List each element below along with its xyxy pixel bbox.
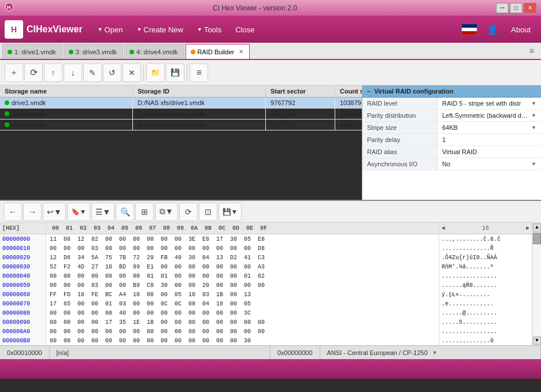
col-start-sector: Start sector: [266, 85, 335, 97]
cell-name-3: drive4.vmdk: [0, 120, 133, 130]
col-count-sectors: Count sectors: [335, 85, 362, 97]
raid-collapse-icon[interactable]: –: [367, 88, 370, 95]
bookmark-button[interactable]: 🔖▼: [67, 203, 90, 221]
list-button[interactable]: ☰▼: [91, 203, 114, 221]
cell-count-3: 1038794750: [335, 120, 362, 130]
undo-button[interactable]: ↺: [103, 64, 121, 82]
hex-addr-5: 00000050: [0, 281, 46, 290]
about-label: About: [511, 25, 531, 34]
toolbar-separator-1: [143, 65, 144, 81]
raid-value-async[interactable]: No ▼: [438, 158, 541, 170]
row-dot-3: [5, 122, 9, 127]
hex-col-0d: 0D: [229, 225, 243, 232]
encoding-label: ANSI - Central European / CP-1250: [327, 349, 428, 356]
up-button[interactable]: ↑: [44, 64, 62, 82]
user-icon-button[interactable]: 👤: [482, 22, 503, 38]
vertical-scrollbar[interactable]: ▲ ▼: [532, 223, 541, 345]
main-toolbar: ＋ ⟳ ↑ ↓ ✎ ↺ ✕ 📁 💾 ≡: [0, 60, 541, 85]
raid-label-level: RAID level: [362, 98, 438, 110]
hex-col-00: 00: [49, 225, 62, 232]
status-encoding[interactable]: ANSI - Central European / CP-1250 ▼: [320, 346, 541, 359]
hex-addr-7: 00000070: [0, 299, 46, 308]
hex-text-0: ...,........č.8.č: [439, 234, 532, 244]
raid-async-arrow[interactable]: ▼: [531, 161, 536, 167]
menu-arrow-open: ▼: [98, 27, 103, 32]
raid-config-rows: RAID level RAID 5 - stripe set with dist…: [362, 98, 541, 170]
raid-field-stripe: Stripe size 64KB ▼: [362, 122, 541, 134]
minimize-button[interactable]: ─: [496, 3, 509, 13]
down-button[interactable]: ↓: [64, 64, 82, 82]
raid-parity-arrow[interactable]: ▼: [531, 113, 536, 118]
drive-button[interactable]: ⊡: [199, 203, 217, 221]
tab-drive1[interactable]: 1: drive1.vmdk: [2, 44, 62, 59]
tab-overflow-button[interactable]: ≡: [525, 44, 539, 58]
tab-drive4[interactable]: 4: drive4.vmdk: [124, 44, 184, 59]
goto-button[interactable]: ↩▼: [43, 203, 66, 221]
cell-count-2: 1038794750: [335, 109, 362, 119]
close-button[interactable]: ✕: [524, 3, 536, 13]
reload-button[interactable]: ⟳: [179, 203, 198, 221]
raid-value-parity[interactable]: Left-Symmetric (backward d… ▼: [438, 110, 541, 122]
floppy-button[interactable]: 💾▼: [218, 203, 242, 221]
raid-value-stripe[interactable]: 64KB ▼: [438, 122, 541, 134]
hex-addr-6: 00000060: [0, 290, 46, 299]
raid-level-arrow[interactable]: ▼: [531, 100, 536, 106]
table-row[interactable]: drive1.vmdk D:/NAS xfs/drive1.vmdk 97677…: [0, 98, 362, 109]
grid-button[interactable]: ⊞: [135, 203, 154, 221]
encoding-arrow[interactable]: ▼: [432, 350, 438, 356]
raid-alias-text: Virtual RAID: [442, 148, 477, 155]
page-back-icon[interactable]: ◄: [442, 225, 445, 232]
raid-value-delay: 1: [438, 134, 541, 146]
forward-button[interactable]: →: [23, 203, 42, 221]
hex-addr-2: 00000020: [0, 253, 46, 262]
save-button[interactable]: 💾: [166, 64, 184, 82]
menu-open-label: Open: [105, 25, 123, 34]
folder-button[interactable]: 📁: [146, 64, 165, 82]
menu-create-new[interactable]: ▼ Create New: [131, 22, 189, 38]
raid-label-async: Asynchronous I/O: [362, 158, 438, 170]
page-forward-icon[interactable]: ►: [526, 225, 529, 232]
menu-open[interactable]: ▼ Open: [92, 22, 129, 38]
raid-stripe-text: 64KB: [442, 124, 458, 131]
add-button[interactable]: ＋: [5, 64, 23, 82]
refresh-button[interactable]: ⟳: [24, 64, 43, 82]
search-button[interactable]: 🔍: [116, 203, 134, 221]
edit-button[interactable]: ✎: [83, 64, 102, 82]
tab-drive3[interactable]: 3: drive3.vmdk: [64, 44, 124, 59]
scroll-down-button[interactable]: ▼: [533, 337, 541, 345]
menu-tools[interactable]: ▼ Tools: [191, 22, 227, 38]
table-row[interactable]: drive4.vmdk D:/NAS xfs/drive4.vmdk 97677…: [0, 120, 362, 130]
tab-raid-builder[interactable]: RAID Builder ✕: [186, 44, 250, 59]
storage-table: Storage name Storage ID Start sector Cou…: [0, 85, 362, 200]
table-row[interactable]: drive3.vmdk D:/NAS xfs/drive3.vmdk 97677…: [0, 109, 362, 120]
page-indicator: 16: [482, 225, 489, 232]
hex-text-1: ..............Ř: [439, 244, 532, 253]
flag-icon[interactable]: [461, 24, 477, 35]
tab-close-raid[interactable]: ✕: [239, 48, 243, 55]
col-storage-name: Storage name: [0, 85, 133, 97]
menu-close[interactable]: Close: [229, 22, 260, 38]
hex-bytes-area[interactable]: 00 01 02 03 04 05 06 07 08 09 0A 0B 0C 0…: [46, 223, 439, 345]
remove-button[interactable]: ✕: [123, 64, 141, 82]
copy-button[interactable]: ⧉▼: [155, 203, 178, 221]
about-menu[interactable]: About: [505, 22, 536, 38]
hex-row-a: 00000000000000000000000000000000: [46, 327, 439, 336]
raid-stripe-arrow[interactable]: ▼: [531, 125, 536, 130]
restore-button[interactable]: □: [510, 3, 523, 13]
scroll-up-button[interactable]: ▲: [533, 223, 541, 232]
scroll-thumb[interactable]: [533, 233, 541, 244]
encoding-dropdown[interactable]: ANSI - Central European / CP-1250 ▼: [327, 349, 438, 356]
raid-level-text: RAID 5 - stripe set with distr: [442, 100, 521, 107]
layers-button[interactable]: ≡: [190, 64, 208, 82]
raid-field-level: RAID level RAID 5 - stripe set with dist…: [362, 98, 541, 110]
hex-section: ← → ↩▼ 🔖▼ ☰▼ 🔍 ⊞ ⧉▼ ⟳ ⊡ 💾▼ [HEX] 0000000…: [0, 201, 541, 345]
title-bar-controls: ─ □ ✕: [496, 3, 536, 13]
raid-value-level[interactable]: RAID 5 - stripe set with distr ▼: [438, 98, 541, 110]
hex-text-8: ......@.........: [439, 308, 532, 318]
svg-text:H: H: [7, 5, 11, 10]
app-logo: H CIHexViewer: [5, 20, 83, 39]
back-button[interactable]: ←: [3, 203, 22, 221]
raid-delay-text: 1: [442, 136, 446, 143]
app-name: CIHexViewer: [27, 24, 83, 35]
scroll-track: [532, 245, 541, 336]
